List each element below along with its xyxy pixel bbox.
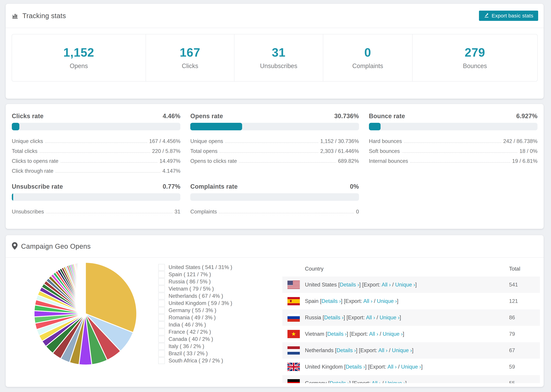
export-text: ] [Export: bbox=[359, 282, 381, 288]
rate-row-label: Click through rate bbox=[12, 168, 53, 174]
rate-row-value: 242 / 86.738% bbox=[503, 138, 537, 144]
stats-strip: 1,152Opens167Clicks31Unsubscribes0Compla… bbox=[12, 34, 538, 82]
country-cell: Spain [Details ›] [Export: All › / Uniqu… bbox=[305, 298, 509, 304]
export-basic-stats-button[interactable]: Export basic stats bbox=[479, 11, 538, 21]
separator: / bbox=[391, 282, 395, 288]
total-cell: 59 bbox=[509, 364, 540, 370]
stat-opens: 1,152Opens bbox=[12, 34, 146, 81]
bracket: ] bbox=[415, 282, 417, 288]
export-all-link[interactable]: All › bbox=[378, 347, 387, 353]
total-cell: 67 bbox=[509, 347, 540, 354]
legend-label: Russia ( 86 / 5% ) bbox=[169, 279, 211, 285]
rate-row: Total opens2,303 / 61.446% bbox=[190, 144, 359, 154]
separator: / bbox=[397, 364, 401, 370]
rate-row-value: 14.497% bbox=[160, 158, 180, 164]
export-all-link[interactable]: All › bbox=[363, 298, 372, 304]
rate-title: Clicks rate bbox=[12, 112, 43, 120]
dotted-leader bbox=[219, 213, 354, 213]
flag-es-icon bbox=[288, 297, 300, 305]
country-name: Germany bbox=[305, 380, 328, 383]
legend-swatch bbox=[158, 293, 165, 299]
legend-label: Germany ( 55 / 3% ) bbox=[169, 307, 216, 314]
dotted-leader bbox=[56, 172, 160, 173]
export-all-link[interactable]: All › bbox=[369, 331, 378, 337]
export-unique-link[interactable]: Unique › bbox=[385, 380, 405, 383]
details-link[interactable]: Details › bbox=[322, 298, 341, 304]
rate-title: Bounce rate bbox=[369, 112, 405, 120]
table-row-us: United States [Details ›] [Export: All ›… bbox=[282, 277, 540, 293]
export-all-link[interactable]: All › bbox=[372, 380, 381, 383]
bracket: [ bbox=[323, 315, 324, 321]
legend-item-south-africa: South Africa ( 29 / 2% ) bbox=[158, 357, 232, 364]
country-cell: United States [Details ›] [Export: All ›… bbox=[305, 282, 509, 288]
pie-slice-53 bbox=[85, 262, 85, 314]
rate-row: Complaints0 bbox=[190, 205, 359, 215]
details-link[interactable]: Details › bbox=[324, 315, 344, 321]
details-link[interactable]: Details › bbox=[336, 347, 356, 353]
dotted-leader bbox=[219, 152, 318, 153]
details-link[interactable]: Details › bbox=[340, 282, 359, 288]
table-row-nl: Netherlands [Details ›] [Export: All › /… bbox=[282, 342, 540, 359]
country-name: Vietnam bbox=[305, 331, 326, 337]
rate-row-value: 167 / 4.456% bbox=[149, 138, 181, 144]
stat-value: 279 bbox=[465, 47, 485, 58]
legend-swatch bbox=[158, 286, 165, 292]
rate-row: Clicks to opens rate14.497% bbox=[12, 154, 180, 164]
tracking-stats-header: Tracking stats Export basic stats bbox=[6, 4, 544, 28]
separator: / bbox=[375, 315, 380, 321]
export-unique-link[interactable]: Unique › bbox=[377, 298, 397, 304]
export-unique-link[interactable]: Unique › bbox=[380, 315, 400, 321]
export-all-link[interactable]: All › bbox=[381, 282, 391, 288]
export-unique-link[interactable]: Unique › bbox=[383, 331, 403, 337]
legend-label: Spain ( 121 / 7% ) bbox=[169, 271, 211, 278]
rate-row: Unique opens1,152 / 30.736% bbox=[190, 134, 359, 144]
export-all-link[interactable]: All › bbox=[366, 315, 375, 321]
total-cell: 541 bbox=[509, 282, 540, 288]
stat-label: Opens bbox=[70, 63, 88, 69]
rate-section-complaints-rate: Complaints rate0%Complaints0 bbox=[190, 183, 359, 215]
legend-swatch bbox=[158, 264, 165, 271]
rate-row-label: Internal bounces bbox=[369, 158, 408, 164]
rate-row: Total clicks220 / 5.87% bbox=[12, 144, 180, 154]
legend-item-netherlands: Netherlands ( 67 / 4% ) bbox=[158, 293, 232, 300]
dotted-leader bbox=[410, 162, 510, 163]
details-link[interactable]: Details › bbox=[346, 364, 365, 370]
geo-opens-pie-chart bbox=[33, 261, 138, 366]
legend-swatch bbox=[158, 322, 165, 328]
export-unique-link[interactable]: Unique › bbox=[395, 282, 415, 288]
dotted-leader bbox=[46, 213, 172, 213]
legend-item-india: India ( 46 / 3% ) bbox=[158, 321, 232, 328]
legend-swatch bbox=[158, 314, 165, 321]
rate-row-label: Total opens bbox=[190, 148, 218, 154]
country-name: United Kingdom bbox=[305, 364, 344, 370]
export-unique-link[interactable]: Unique › bbox=[392, 347, 412, 353]
rate-rows: Unique clicks167 / 4.456%Total clicks220… bbox=[12, 134, 180, 174]
rate-value: 0.77% bbox=[163, 183, 181, 190]
legend-item-united-kingdom: United Kingdom ( 59 / 3% ) bbox=[158, 300, 232, 307]
dotted-leader bbox=[60, 162, 157, 163]
country-name: United States bbox=[305, 282, 338, 288]
export-text: ] [Export: bbox=[365, 364, 388, 370]
table-row-es: Spain [Details ›] [Export: All › / Uniqu… bbox=[282, 293, 540, 309]
rates-card: Clicks rate4.46%Unique clicks167 / 4.456… bbox=[6, 104, 544, 229]
legend-item-spain: Spain ( 121 / 7% ) bbox=[158, 271, 232, 278]
rate-row-value: 18 / 0% bbox=[520, 148, 537, 154]
stat-clicks: 167Clicks bbox=[146, 34, 234, 81]
export-all-link[interactable]: All › bbox=[387, 364, 396, 370]
dotted-leader bbox=[402, 152, 517, 153]
legend-item-vietnam: Vietnam ( 79 / 5% ) bbox=[158, 285, 232, 293]
bracket: ] bbox=[403, 331, 404, 337]
progress-fill bbox=[369, 123, 381, 130]
legend-label: Brazil ( 33 / 2% ) bbox=[169, 350, 208, 357]
export-unique-link[interactable]: Unique › bbox=[401, 364, 421, 370]
legend-label: Italy ( 36 / 2% ) bbox=[169, 343, 204, 350]
country-name: Russia bbox=[305, 315, 323, 321]
header-divider bbox=[6, 28, 544, 28]
details-link[interactable]: Details › bbox=[327, 331, 347, 337]
export-button-label: Export basic stats bbox=[492, 13, 533, 19]
rate-row-value: 4.147% bbox=[162, 168, 180, 174]
rate-row-label: Opens to clicks rate bbox=[190, 158, 237, 164]
details-link[interactable]: Details › bbox=[330, 380, 349, 383]
separator: / bbox=[381, 380, 385, 383]
page-title: Tracking stats bbox=[22, 12, 66, 20]
